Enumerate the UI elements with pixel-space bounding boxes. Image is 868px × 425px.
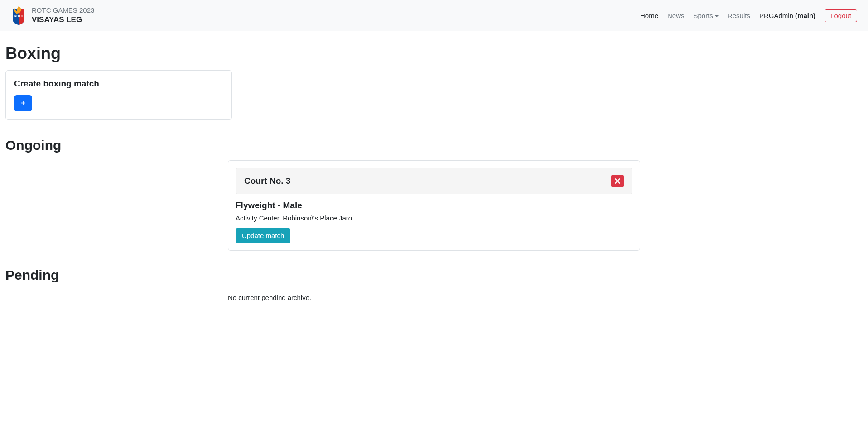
match-header: Court No. 3 [236, 168, 632, 194]
pending-empty-message: No current pending archive. [228, 294, 640, 301]
nav-right: Home News Sports Results PRGAdmin (main)… [640, 9, 857, 22]
user-name: PRGAdmin [759, 12, 793, 19]
nav-results[interactable]: Results [728, 12, 750, 19]
plus-icon: + [20, 98, 26, 109]
nav-news[interactable]: News [667, 12, 685, 19]
svg-text:ROTC: ROTC [14, 14, 23, 18]
create-match-button[interactable]: + [14, 95, 32, 111]
main-container: Boxing Create boxing match + Ongoing Cou… [0, 31, 868, 325]
nav-home[interactable]: Home [640, 12, 658, 19]
page-title: Boxing [5, 44, 863, 63]
brand[interactable]: ROTC ROTC GAMES 2023 VISAYAS LEG [11, 5, 94, 25]
divider-2 [5, 259, 863, 259]
user-label: PRGAdmin (main) [759, 12, 815, 19]
user-role: (main) [795, 12, 815, 19]
match-category: Flyweight - Male [236, 201, 632, 210]
brand-text: ROTC GAMES 2023 VISAYAS LEG [32, 6, 94, 25]
court-label: Court No. 3 [244, 176, 290, 186]
create-match-card: Create boxing match + [5, 70, 232, 120]
ongoing-list: Court No. 3 Flyweight - Male Activity Ce… [5, 160, 863, 251]
brand-line1: ROTC GAMES 2023 [32, 6, 94, 15]
brand-line2: VISAYAS LEG [32, 15, 94, 25]
divider-1 [5, 129, 863, 129]
logout-button[interactable]: Logout [825, 9, 857, 22]
close-icon [614, 178, 621, 184]
match-location: Activity Center, Robinson\'s Place Jaro [236, 214, 632, 222]
nav-sports[interactable]: Sports [694, 12, 719, 19]
delete-match-button[interactable] [611, 175, 624, 187]
ongoing-heading: Ongoing [5, 138, 863, 153]
update-match-button[interactable]: Update match [236, 228, 290, 243]
match-card: Court No. 3 Flyweight - Male Activity Ce… [228, 160, 640, 251]
navbar: ROTC ROTC GAMES 2023 VISAYAS LEG Home Ne… [0, 0, 868, 31]
pending-heading: Pending [5, 267, 863, 283]
create-match-title: Create boxing match [14, 79, 223, 89]
logo-icon: ROTC [11, 5, 26, 25]
pending-list: No current pending archive. [5, 290, 863, 320]
